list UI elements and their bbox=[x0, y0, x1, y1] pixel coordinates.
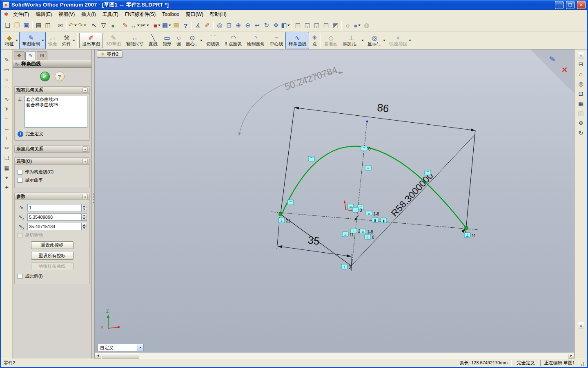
print-button[interactable]: ▤ bbox=[34, 21, 43, 30]
section-tool-button[interactable]: ◫ bbox=[576, 109, 586, 118]
relations-listbox[interactable]: 套合样条曲线24 套合样条曲线25 bbox=[24, 96, 87, 128]
relation-list-item[interactable]: 套合样条曲线25 bbox=[26, 102, 86, 108]
view-back-button[interactable]: ◱ bbox=[303, 21, 312, 30]
zoom-out-button[interactable]: ⊖ bbox=[243, 21, 252, 30]
sketch-relation-icon[interactable]: = bbox=[365, 165, 371, 170]
previous-view-button[interactable]: ↩ bbox=[252, 21, 262, 30]
grid-tool-button[interactable]: ▦ bbox=[576, 99, 586, 108]
zoom-fit-tool-button[interactable]: ⌂ bbox=[576, 70, 586, 79]
zoom-fit-button[interactable]: ◎ bbox=[215, 21, 224, 30]
construction-line-checkbox[interactable]: 作为构造线(C) bbox=[18, 169, 87, 175]
print-preview-button[interactable]: ◫ bbox=[43, 21, 53, 30]
centerpoint-arc-button[interactable]: ⊙ 圆心... bbox=[183, 32, 204, 49]
width-dimension-text[interactable]: 86 bbox=[376, 101, 390, 114]
menu-toolbox[interactable]: Toolbox bbox=[159, 11, 182, 18]
help-button[interactable]: ? bbox=[181, 21, 190, 30]
sketch-relation-icon[interactable]: =1-8 bbox=[366, 211, 379, 216]
zoom-area-button[interactable]: ⊡ bbox=[224, 21, 234, 30]
features-tab-button[interactable]: ◆ 特征 bbox=[2, 32, 19, 49]
configuration-manager-tab[interactable]: ⊞ bbox=[37, 51, 47, 60]
offset-dimension-text[interactable]: 35 bbox=[307, 233, 321, 247]
collapse-pane-button[interactable]: « bbox=[578, 322, 584, 329]
save-button[interactable]: ▣ bbox=[22, 21, 31, 30]
rotate-tool-button[interactable]: ↻ bbox=[576, 128, 586, 137]
reset-all-handles-button[interactable]: 重设所有控标 bbox=[31, 252, 74, 260]
left-tool-arc-button[interactable]: ⌒ bbox=[2, 85, 12, 94]
left-tool-offset-button[interactable]: ❒ bbox=[2, 153, 12, 163]
relation-list-item[interactable]: 套合样条曲线24 bbox=[26, 97, 86, 102]
spline-button[interactable]: ∿ 样条曲线 bbox=[285, 32, 309, 49]
graphics-area[interactable]: ❖ 零件2 50.24270784 86 bbox=[95, 49, 575, 359]
view-right-button[interactable]: ◳ bbox=[321, 21, 331, 30]
left-tool-dimension-button[interactable]: ↔ bbox=[2, 124, 12, 133]
spline-endpoint[interactable] bbox=[465, 227, 468, 229]
left-tool-point-button[interactable]: ✳ bbox=[2, 104, 12, 114]
checkbox-box[interactable] bbox=[18, 274, 22, 279]
sketch-relation-icon[interactable]: ▮ bbox=[372, 218, 378, 222]
line-button[interactable]: ╲ 直线 bbox=[146, 32, 160, 49]
zoom-area-tool-button[interactable]: ⊡ bbox=[576, 89, 586, 98]
drawing-sheet-button[interactable]: ▤ bbox=[172, 21, 181, 30]
left-tool-pencil-button[interactable]: ✎ bbox=[2, 55, 12, 65]
left-tool-circle-button[interactable]: ○ bbox=[2, 75, 12, 84]
scrollbar-thumb[interactable] bbox=[102, 353, 139, 359]
close-button[interactable]: ✕ bbox=[577, 1, 586, 9]
spline-point-number-input[interactable]: 1 bbox=[27, 204, 87, 211]
left-tool-pattern-button[interactable]: ▦ bbox=[2, 163, 12, 173]
options-header[interactable]: 选项(O) ▲ bbox=[15, 158, 89, 165]
section-view-button[interactable]: ◧ bbox=[281, 21, 290, 30]
send-email-button[interactable]: ✉ bbox=[56, 21, 65, 30]
view-isometric-button[interactable]: ◩ bbox=[331, 21, 340, 30]
custom-view-combobox[interactable]: 自定义 bbox=[98, 344, 144, 351]
sketch-relation-icon[interactable]: ⊥3 bbox=[341, 264, 351, 269]
display-relations-button[interactable]: ◎ 显示/... bbox=[365, 32, 387, 49]
scroll-right-button[interactable] bbox=[568, 353, 575, 359]
proportional-checkbox[interactable]: 成比例(I) bbox=[18, 273, 87, 279]
chevron-up-icon[interactable]: ▲ bbox=[82, 146, 88, 152]
point-button[interactable]: ✳ 点 bbox=[309, 32, 319, 49]
sketch-relation-icon[interactable]: ▮ bbox=[381, 218, 387, 223]
offset-dimension-line[interactable] bbox=[278, 246, 351, 256]
ok-button[interactable]: ✔ bbox=[40, 72, 50, 81]
chevron-down-icon[interactable] bbox=[137, 344, 143, 351]
exit-sketch-button[interactable]: ✐ 退出草图 bbox=[79, 33, 103, 48]
collapse-pane-button[interactable]: « bbox=[578, 52, 584, 59]
annotate-button[interactable]: ✐ bbox=[203, 21, 212, 30]
checkbox-box[interactable] bbox=[18, 170, 22, 175]
left-tool-rectangle-button[interactable]: ▭ bbox=[2, 65, 12, 74]
zoom-lens-tool-button[interactable]: ◎ bbox=[576, 79, 586, 88]
property-manager-tab[interactable]: ✎ bbox=[25, 51, 36, 60]
select-arrow-button[interactable]: ↖ bbox=[89, 21, 99, 30]
smart-dimension-button[interactable]: ↔ bbox=[130, 21, 140, 30]
driven-dimension-text[interactable]: 50.24270784 bbox=[283, 64, 339, 92]
vertical-centerline[interactable] bbox=[351, 121, 367, 271]
left-tool-misc-button[interactable]: ✦ bbox=[2, 183, 12, 192]
pan-tool-button[interactable]: ✥ bbox=[576, 119, 586, 128]
sketch-relation-icon[interactable]: ⌒ bbox=[425, 170, 431, 175]
sketch-fillet-button[interactable]: ◝ 绘制圆角 bbox=[244, 32, 267, 49]
three-point-arc-button[interactable]: ◠ 3 点圆弧 bbox=[222, 32, 244, 49]
radius-dimension-text[interactable]: R58.3000000 bbox=[389, 170, 435, 218]
sketch-relation-icon[interactable]: ⊥21 bbox=[278, 218, 291, 223]
view-left-button[interactable]: ◲ bbox=[312, 21, 321, 30]
chevron-up-icon[interactable]: ▲ bbox=[82, 194, 88, 199]
reset-handle-button[interactable]: 重设此控标 bbox=[31, 241, 74, 249]
sketch-relation-icon[interactable]: ⊥0 bbox=[365, 234, 374, 240]
chevron-up-icon[interactable]: ▲ bbox=[82, 88, 88, 93]
sketch-relation-icon[interactable]: ⌒ bbox=[308, 156, 314, 161]
view-front-button[interactable]: ◰ bbox=[293, 21, 303, 30]
left-tool-relation-button[interactable]: ⊥ bbox=[2, 134, 12, 143]
rectangle-button[interactable]: ▭ 矩形 bbox=[160, 32, 174, 49]
spinner[interactable] bbox=[81, 204, 87, 211]
sketch-button[interactable]: ✎ bbox=[120, 21, 130, 30]
trim-entities-button[interactable]: ✂ bbox=[140, 21, 149, 30]
spline-y-input[interactable]: 35.40715134 bbox=[27, 223, 87, 230]
feature-manager-tab[interactable]: ❖ bbox=[14, 51, 24, 60]
sketch-point[interactable] bbox=[366, 120, 368, 122]
sketch-relation-icon[interactable]: =3 bbox=[352, 207, 362, 213]
measure-button[interactable]: ∡ bbox=[193, 21, 203, 30]
wireframe-button[interactable]: ○ bbox=[343, 21, 352, 30]
existing-relations-header[interactable]: 现有几何关系 ▲ bbox=[15, 87, 89, 94]
spinner[interactable] bbox=[81, 214, 87, 220]
redo-button[interactable]: ↷ bbox=[77, 21, 87, 30]
